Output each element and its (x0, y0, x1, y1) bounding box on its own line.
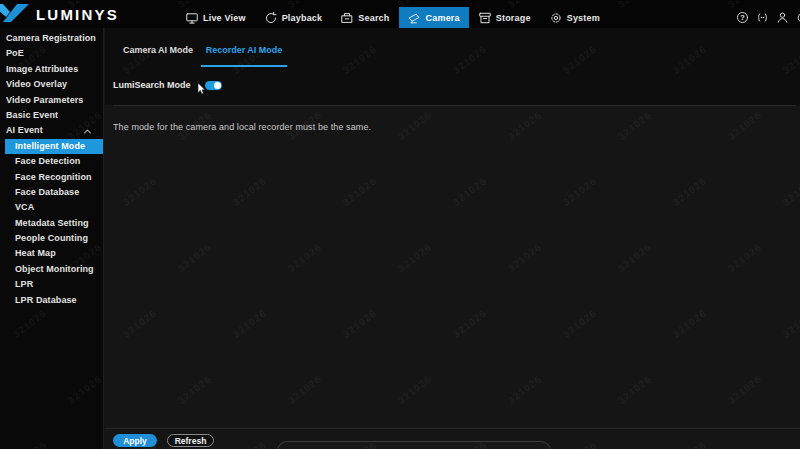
user-icon (776, 11, 789, 24)
camera-icon (408, 11, 422, 25)
user-button[interactable] (776, 11, 789, 24)
sidebar-item-label: PoE (6, 46, 24, 61)
sidebar-item-label: AI Event (6, 123, 43, 138)
system-icon (549, 11, 563, 25)
nav-item-label: Camera (426, 13, 460, 23)
sidebar-item-intelligent-mode[interactable]: Intelligent Mode (5, 139, 103, 154)
main-content: Camera AI ModeRecorder AI Mode LumiSearc… (105, 28, 800, 449)
nav-item-live-view[interactable]: Live View (176, 7, 255, 28)
sidebar-item-image-attributes[interactable]: Image Attributes (0, 62, 103, 77)
footer-divider (105, 428, 800, 429)
nav-item-camera[interactable]: Camera (399, 7, 469, 28)
brand-logo: LUMINYS (0, 0, 119, 28)
search-icon (340, 11, 354, 25)
help-button[interactable]: ? (736, 11, 749, 24)
toggle-knob (214, 82, 221, 89)
sidebar: Camera RegistrationPoEImage AttributesVi… (0, 28, 104, 449)
nav-item-label: System (567, 13, 600, 23)
mouse-cursor-icon (197, 83, 208, 95)
brand-name: LUMINYS (36, 6, 119, 23)
nav-item-system[interactable]: System (540, 7, 609, 28)
tab-camera-ai-mode[interactable]: Camera AI Mode (115, 28, 201, 67)
apply-button[interactable]: Apply (113, 434, 157, 447)
scan-icon (756, 11, 769, 24)
monitor-icon (185, 11, 199, 25)
sidebar-item-people-counting[interactable]: People Counting (0, 231, 103, 246)
sidebar-item-label: Basic Event (6, 108, 58, 123)
sidebar-item-camera-registration[interactable]: Camera Registration (0, 31, 103, 46)
lumisearch-row: LumiSearch Mode (113, 77, 222, 93)
sidebar-item-label: Video Parameters (6, 93, 83, 108)
nav-item-search[interactable]: Search (331, 7, 398, 28)
sidebar-item-poe[interactable]: PoE (0, 46, 103, 61)
bottom-peek-panel (277, 441, 551, 449)
sidebar-item-label: Face Recognition (15, 170, 92, 185)
lumisearch-toggle[interactable] (205, 81, 222, 90)
sidebar-item-label: LPR (15, 277, 33, 292)
main-nav: Live ViewPlaybackSearchCameraStorageSyst… (176, 7, 609, 28)
section-divider (113, 105, 796, 106)
sidebar-item-label: Video Overlay (6, 77, 67, 92)
nav-item-storage[interactable]: Storage (469, 7, 540, 28)
sidebar-item-label: VCA (15, 200, 34, 215)
mode-note: The mode for the camera and local record… (113, 122, 371, 132)
sidebar-item-label: Heat Map (15, 246, 56, 261)
sidebar-item-label: Camera Registration (6, 31, 96, 46)
sidebar-item-label: Metadata Setting (15, 216, 89, 231)
nav-item-label: Playback (282, 13, 323, 23)
face-scan-button[interactable] (756, 11, 769, 24)
sidebar-item-lpr[interactable]: LPR (0, 277, 103, 292)
sidebar-item-face-detection[interactable]: Face Detection (0, 154, 103, 169)
nav-item-label: Live View (203, 13, 246, 23)
content-tabs: Camera AI ModeRecorder AI Mode (115, 28, 287, 67)
playback-icon (264, 11, 278, 25)
sidebar-item-label: Intelligent Mode (15, 139, 85, 154)
refresh-button[interactable]: Refresh (167, 434, 214, 447)
sidebar-item-video-parameters[interactable]: Video Parameters (0, 93, 103, 108)
sidebar-item-video-overlay[interactable]: Video Overlay (0, 77, 103, 92)
footer-buttons: Apply Refresh (113, 434, 214, 447)
sidebar-item-ai-event[interactable]: AI Event (0, 123, 103, 138)
storage-icon (478, 11, 492, 25)
sidebar-item-basic-event[interactable]: Basic Event (0, 108, 103, 123)
sidebar-item-label: People Counting (15, 231, 88, 246)
nav-item-label: Storage (496, 13, 531, 23)
sidebar-item-face-recognition[interactable]: Face Recognition (0, 170, 103, 185)
nav-item-label: Search (358, 13, 389, 23)
lumisearch-label: LumiSearch Mode (113, 80, 197, 90)
tab-recorder-ai-mode[interactable]: Recorder AI Mode (201, 28, 287, 67)
sidebar-item-label: Image Attributes (6, 62, 78, 77)
nav-item-playback[interactable]: Playback (255, 7, 332, 28)
topbar-actions: ? (736, 7, 800, 28)
sidebar-item-label: Face Database (15, 185, 79, 200)
sidebar-item-vca[interactable]: VCA (0, 200, 103, 215)
help-icon: ? (736, 11, 749, 24)
sidebar-item-face-database[interactable]: Face Database (0, 185, 103, 200)
sidebar-item-label: LPR Database (15, 293, 77, 308)
sidebar-item-metadata-setting[interactable]: Metadata Setting (0, 216, 103, 231)
svg-text:?: ? (740, 13, 745, 22)
chevron-up-icon (83, 128, 92, 135)
top-bar: LUMINYS Live ViewPlaybackSearchCameraSto… (0, 0, 800, 28)
sidebar-item-lpr-database[interactable]: LPR Database (0, 293, 103, 308)
sidebar-item-heat-map[interactable]: Heat Map (0, 246, 103, 261)
luminys-y-icon (0, 2, 31, 26)
sidebar-item-label: Object Monitoring (15, 262, 94, 277)
power-button[interactable] (796, 11, 800, 24)
power-icon (796, 11, 800, 24)
sidebar-item-label: Face Detection (15, 154, 80, 169)
sidebar-item-object-monitoring[interactable]: Object Monitoring (0, 262, 103, 277)
